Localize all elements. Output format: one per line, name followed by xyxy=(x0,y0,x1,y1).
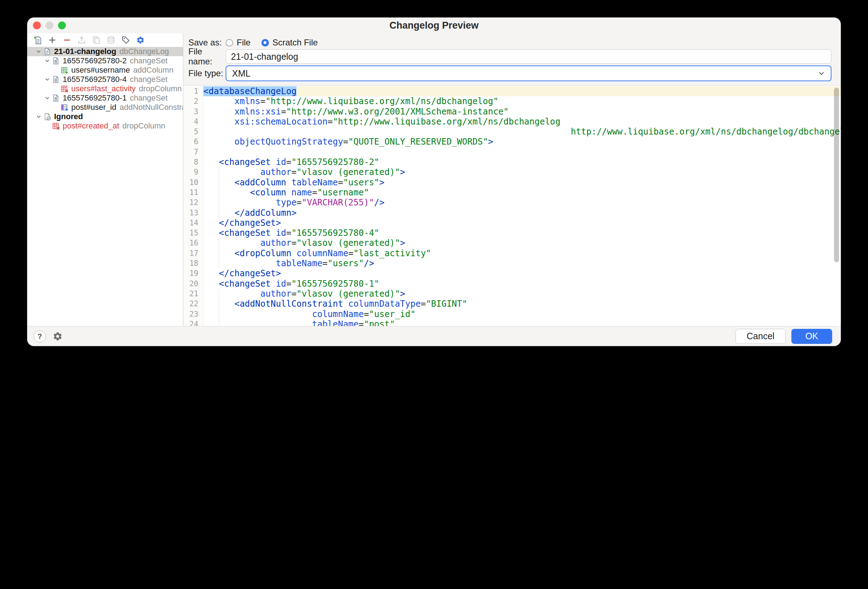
line-number: 12 xyxy=(184,197,204,208)
indent-guide xyxy=(219,289,219,327)
changes-panel: 21-01-changelogdbChangeLog1655756925780-… xyxy=(27,33,183,326)
code-line: 14 </changeSet> xyxy=(184,218,841,228)
tree-item-type: changeSet xyxy=(130,75,168,84)
code-lines: 1<databaseChangeLog2 xmlns="http://www.l… xyxy=(184,86,841,327)
close-button[interactable] xyxy=(33,22,41,29)
code-line: 13 </addColumn> xyxy=(184,208,841,218)
code-line: 20 <changeSet id="1655756925780-1" xyxy=(184,279,841,289)
tree-row[interactable]: 1655756925780-4changeSet xyxy=(27,75,183,84)
code-line: 21 author="vlasov (generated)"> xyxy=(184,289,841,299)
db-icon xyxy=(107,36,115,44)
window-controls xyxy=(33,22,66,29)
titlebar: Changelog Preview xyxy=(27,18,841,33)
tree-item-label: 1655756925780-1 xyxy=(63,93,127,103)
copy-button xyxy=(90,35,102,46)
code-line: 16 author="vlasov (generated)"> xyxy=(184,238,841,248)
cancel-button[interactable]: Cancel xyxy=(735,329,785,344)
save-options-panel: Save as: File Scratch File File name: Fi… xyxy=(184,33,841,85)
tree-row[interactable]: users#usernameaddColumn xyxy=(27,65,183,75)
code-line: 3 xmlns:xsi="http://www.w3.org/2001/XMLS… xyxy=(184,107,841,117)
chevron-down-icon[interactable] xyxy=(34,48,43,55)
chevron-down-icon[interactable] xyxy=(43,57,52,64)
line-number: 6 xyxy=(184,137,204,147)
code-line: 1<databaseChangeLog xyxy=(184,86,841,96)
left-toolbar xyxy=(27,33,183,47)
tree-row[interactable]: 1655756925780-1changeSet xyxy=(27,93,183,103)
editor-scrollbar[interactable] xyxy=(834,88,839,262)
file-type-row: File type: XML xyxy=(188,65,831,81)
line-number: 24 xyxy=(184,319,204,327)
file-type-select[interactable]: XML xyxy=(226,65,831,81)
tree-row[interactable]: 21-01-changelogdbChangeLog xyxy=(27,47,183,56)
radio-scratch-file-circle xyxy=(261,39,269,47)
tree-item-type: changeSet xyxy=(130,56,168,65)
tree-item-type: dropColumn xyxy=(123,121,165,131)
tree-item-label: users#username xyxy=(71,65,130,75)
tree-item-type: dbChangeLog xyxy=(120,47,169,56)
code-editor[interactable]: 1<databaseChangeLog2 xmlns="http://www.l… xyxy=(184,85,841,327)
changeset-icon xyxy=(52,56,60,65)
minimize-button[interactable] xyxy=(46,22,53,29)
tree-item-type: addNotNullConstraint xyxy=(120,103,183,112)
code-line: 12 type="VARCHAR(255)"/> xyxy=(184,197,841,208)
line-number: 15 xyxy=(184,228,204,238)
file-name-row: File name: xyxy=(188,49,831,64)
chevron-down-icon xyxy=(817,69,826,78)
line-number: 17 xyxy=(184,248,204,258)
footer: ? Cancel OK xyxy=(27,326,841,346)
code-line: 9 author="vlasov (generated)"> xyxy=(184,167,841,177)
tree-row[interactable]: users#last_activitydropColumn xyxy=(27,84,183,93)
add-changelog-button[interactable] xyxy=(31,35,44,46)
line-number: 10 xyxy=(184,178,204,187)
indent-guide xyxy=(219,167,219,218)
remove-change-button[interactable] xyxy=(61,35,73,46)
code-line: 2 xmlns="http://www.liquibase.org/xml/ns… xyxy=(184,96,841,106)
tree-item-label: post#user_id xyxy=(71,103,117,112)
settings-button[interactable] xyxy=(52,330,64,342)
ignored-icon xyxy=(43,112,52,121)
plus-icon xyxy=(48,36,56,44)
line-number: 14 xyxy=(184,218,204,228)
window-title: Changelog Preview xyxy=(389,20,478,31)
tree-row[interactable]: Ignored xyxy=(27,112,183,121)
code-line: 11 <column name="username" xyxy=(184,187,841,197)
tree-item-label: post#created_at xyxy=(63,121,119,131)
settings-button[interactable] xyxy=(134,35,146,46)
help-button[interactable]: ? xyxy=(34,330,46,342)
database-button xyxy=(105,35,117,46)
radio-file-label: File xyxy=(237,38,251,48)
zoom-button[interactable] xyxy=(58,22,66,29)
tree-row[interactable]: post#created_atdropColumn xyxy=(27,121,183,131)
code-line: 22 <addNotNullConstraint columnDataType=… xyxy=(184,299,841,309)
gear-blue-icon xyxy=(136,36,145,44)
tree-item-type: addColumn xyxy=(133,65,174,75)
add-changeset-button[interactable] xyxy=(46,35,58,46)
chevron-down-icon[interactable] xyxy=(43,95,52,101)
ok-button[interactable]: OK xyxy=(791,329,832,344)
tag-button[interactable] xyxy=(120,35,132,46)
changeset-icon xyxy=(52,94,60,102)
tree-row[interactable]: post#user_idaddNotNullConstraint xyxy=(27,103,183,112)
chevron-down-icon[interactable] xyxy=(43,76,52,82)
code-line: 4 xsi:schemaLocation="http://www.liquiba… xyxy=(184,117,841,127)
tag-icon xyxy=(121,36,130,44)
radio-scratch-file-label: Scratch File xyxy=(273,38,318,48)
file-name-input[interactable] xyxy=(226,49,831,64)
save-as-radio-group: File Scratch File xyxy=(226,38,317,48)
save-as-row: Save as: File Scratch File xyxy=(188,36,831,49)
export-icon xyxy=(77,36,86,44)
changelog-preview-dialog: Changelog Preview 21-01-changelogdbChang… xyxy=(27,17,841,346)
tree-item-label: Ignored xyxy=(54,112,83,121)
line-number: 8 xyxy=(184,157,204,167)
tree-row[interactable]: 1655756925780-2changeSet xyxy=(27,56,183,65)
minus-icon xyxy=(63,36,71,44)
radio-file[interactable]: File xyxy=(226,38,251,48)
tree-item-label: 21-01-changelog xyxy=(54,47,117,56)
export-button xyxy=(75,35,88,46)
changelog-icon xyxy=(43,47,52,56)
changeset-icon xyxy=(52,75,60,84)
chevron-down-icon[interactable] xyxy=(34,113,43,120)
radio-file-circle xyxy=(226,39,233,47)
radio-scratch-file[interactable]: Scratch File xyxy=(261,38,318,48)
doc-plus-icon xyxy=(33,36,42,44)
